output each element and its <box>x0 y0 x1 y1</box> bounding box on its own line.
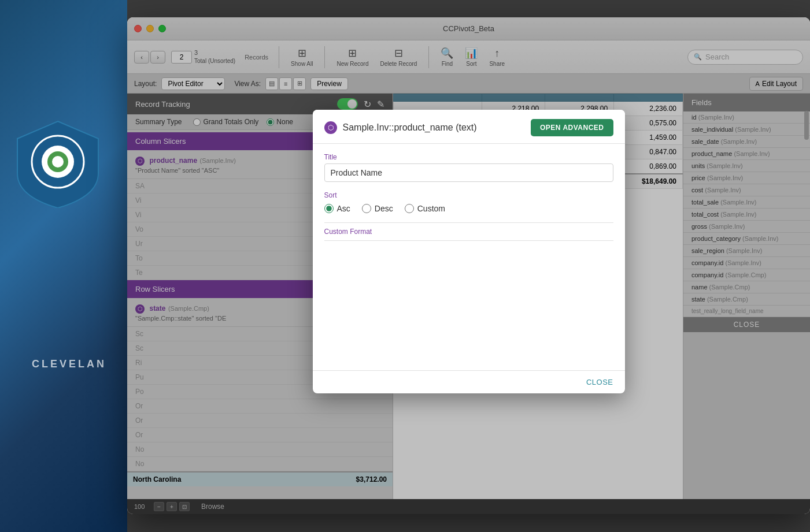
sort-asc-option[interactable]: Asc <box>324 204 350 213</box>
open-advanced-button[interactable]: OPEN ADVANCED <box>531 119 613 136</box>
sort-asc-label: Asc <box>337 204 350 213</box>
sort-custom-label: Custom <box>417 204 445 213</box>
modal-body: Title Sort Asc Desc <box>313 144 625 370</box>
modal-divider-1 <box>324 222 613 223</box>
modal-header: ⬡ Sample.Inv::product_name (text) OPEN A… <box>313 110 625 144</box>
sort-desc-option[interactable]: Desc <box>362 204 393 213</box>
modal-divider-2 <box>324 240 613 241</box>
sort-desc-radio[interactable] <box>362 204 371 213</box>
modal-footer: CLOSE <box>313 370 625 393</box>
sort-label: Sort <box>324 191 613 199</box>
title-label: Title <box>324 153 613 161</box>
main-window: CCPivot3_Beta ‹ › 3 Total (Unsorted) Rec… <box>127 17 810 514</box>
modal-field-icon: ⬡ <box>324 121 337 134</box>
title-input[interactable] <box>324 163 613 182</box>
sort-options: Asc Desc Custom <box>324 204 613 213</box>
modal-overlay: ⬡ Sample.Inv::product_name (text) OPEN A… <box>127 17 810 514</box>
modal-field-title: Sample.Inv::product_name (text) <box>343 122 525 133</box>
modal-dialog: ⬡ Sample.Inv::product_name (text) OPEN A… <box>313 110 625 393</box>
sort-desc-label: Desc <box>375 204 393 213</box>
modal-close-button[interactable]: CLOSE <box>586 378 613 386</box>
custom-format-label: Custom Format <box>324 228 613 236</box>
sort-custom-option[interactable]: Custom <box>405 204 445 213</box>
cleveland-text: CLEVELAN <box>32 358 106 370</box>
sort-asc-radio[interactable] <box>324 204 334 213</box>
sort-section: Sort Asc Desc Custom <box>324 191 613 213</box>
sort-custom-radio[interactable] <box>405 204 414 213</box>
svg-point-3 <box>52 156 64 168</box>
modal-empty-area <box>324 245 613 361</box>
